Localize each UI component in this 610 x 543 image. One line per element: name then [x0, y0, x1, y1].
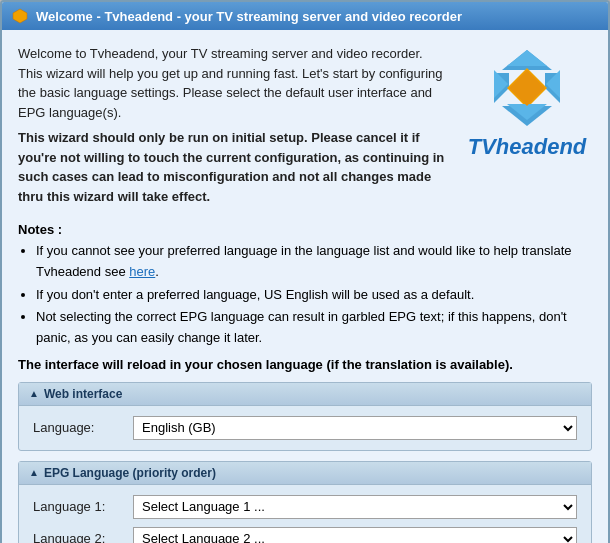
- epg-language-body: Language 1: Select Language 1 ... Langua…: [19, 485, 591, 543]
- window-title: Welcome - Tvheadend - your TV streaming …: [36, 9, 462, 24]
- reload-notice: The interface will reload in your chosen…: [18, 357, 592, 372]
- epg-language-toggle-icon[interactable]: ▲: [29, 467, 39, 478]
- main-window: Welcome - Tvheadend - your TV streaming …: [0, 0, 610, 543]
- web-interface-toggle-icon[interactable]: ▲: [29, 388, 39, 399]
- content-area: Welcome to Tvheadend, your TV streaming …: [2, 30, 608, 543]
- epg-language-label: EPG Language (priority order): [44, 466, 216, 480]
- notes-item-1: If you cannot see your preferred languag…: [36, 241, 592, 283]
- web-interface-header: ▲ Web interface: [19, 383, 591, 406]
- notes-section: Notes : If you cannot see your preferred…: [18, 222, 592, 349]
- notes-item-3: Not selecting the correct EPG language c…: [36, 307, 592, 349]
- web-interface-label: Web interface: [44, 387, 122, 401]
- notes-title: Notes :: [18, 222, 592, 237]
- epg-language-header: ▲ EPG Language (priority order): [19, 462, 591, 485]
- lang2-label: Language 2:: [33, 531, 133, 543]
- app-icon: [12, 8, 28, 24]
- tvheadend-logo-icon: [472, 48, 582, 138]
- language-select[interactable]: English (GB): [133, 416, 577, 440]
- here-link[interactable]: here: [129, 264, 155, 279]
- lang1-row: Language 1: Select Language 1 ...: [33, 495, 577, 519]
- logo-area: TVheadend: [462, 44, 592, 212]
- web-interface-group: ▲ Web interface Language: English (GB): [18, 382, 592, 451]
- lang2-select[interactable]: Select Language 2 ...: [133, 527, 577, 543]
- svg-marker-10: [509, 70, 545, 106]
- svg-marker-0: [13, 9, 27, 23]
- language-label: Language:: [33, 420, 133, 435]
- notes-list: If you cannot see your preferred languag…: [36, 241, 592, 349]
- language-row: Language: English (GB): [33, 416, 577, 440]
- intro-text-area: Welcome to Tvheadend, your TV streaming …: [18, 44, 450, 212]
- svg-marker-6: [507, 50, 547, 66]
- lang1-label: Language 1:: [33, 499, 133, 514]
- notes-item-2: If you don't enter a preferred language,…: [36, 285, 592, 306]
- intro-paragraph1: Welcome to Tvheadend, your TV streaming …: [18, 44, 450, 122]
- intro-paragraph2: This wizard should only be run on initia…: [18, 128, 450, 206]
- title-bar: Welcome - Tvheadend - your TV streaming …: [2, 2, 608, 30]
- lang2-row: Language 2: Select Language 2 ...: [33, 527, 577, 543]
- intro-section: Welcome to Tvheadend, your TV streaming …: [18, 44, 592, 212]
- web-interface-body: Language: English (GB): [19, 406, 591, 450]
- lang1-select[interactable]: Select Language 1 ...: [133, 495, 577, 519]
- epg-language-group: ▲ EPG Language (priority order) Language…: [18, 461, 592, 543]
- logo-text: TVheadend: [468, 134, 587, 160]
